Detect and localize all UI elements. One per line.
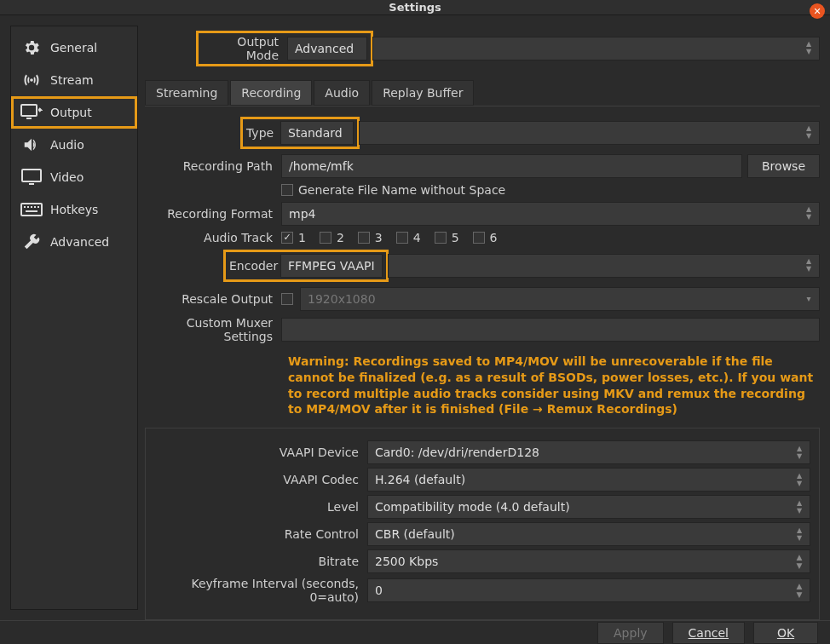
type-select-inner[interactable]: Standard bbox=[280, 121, 354, 145]
keyframe-spin[interactable]: 0 ▲▼ bbox=[367, 578, 810, 602]
sidebar-item-output[interactable]: Output bbox=[11, 96, 137, 129]
settings-window: Settings ✕ General Stream bbox=[0, 0, 830, 644]
ok-label: OK bbox=[777, 626, 794, 640]
svg-rect-1 bbox=[26, 118, 32, 119]
updown-icon: ▲▼ bbox=[802, 122, 816, 144]
cancel-label: Cancel bbox=[689, 626, 729, 640]
mp4-warning: Warning: Recordings saved to MP4/MOV wil… bbox=[288, 354, 816, 418]
type-label: Type bbox=[246, 126, 280, 140]
audio-track-checks: ✓1 2 3 4 5 6 bbox=[281, 231, 498, 244]
vaapi-device-row: VAAPI Device Card0: /dev/dri/renderD128 … bbox=[154, 440, 810, 464]
updown-icon: ▲▼ bbox=[802, 203, 816, 225]
keyboard-icon bbox=[20, 200, 43, 219]
close-button[interactable]: ✕ bbox=[810, 3, 825, 19]
updown-icon: ▲▼ bbox=[793, 523, 806, 545]
tab-streaming[interactable]: Streaming bbox=[145, 80, 228, 106]
ok-button[interactable]: OK bbox=[753, 622, 818, 644]
updown-icon: ▲▼ bbox=[793, 496, 806, 518]
sidebar-item-label: General bbox=[50, 41, 97, 55]
format-value: mp4 bbox=[289, 207, 315, 221]
encoder-settings-frame: VAAPI Device Card0: /dev/dri/renderD128 … bbox=[145, 428, 820, 620]
sidebar-item-hotkeys[interactable]: Hotkeys bbox=[11, 193, 137, 226]
tab-recording[interactable]: Recording bbox=[230, 80, 312, 106]
rescale-checkbox[interactable] bbox=[281, 293, 293, 305]
format-select[interactable]: mp4 ▲▼ bbox=[281, 202, 820, 226]
audio-track-4[interactable]: 4 bbox=[396, 231, 421, 244]
cancel-button[interactable]: Cancel bbox=[672, 622, 745, 644]
audio-track-6[interactable]: 6 bbox=[473, 231, 498, 244]
speaker-icon bbox=[20, 135, 43, 154]
vaapi-device-select[interactable]: Card0: /dev/dri/renderD128 ▲▼ bbox=[367, 440, 810, 464]
sidebar-item-advanced[interactable]: Advanced bbox=[11, 226, 137, 258]
svg-rect-5 bbox=[24, 206, 26, 208]
rescale-select[interactable]: 1920x1080 ▾ bbox=[300, 287, 820, 311]
browse-button[interactable]: Browse bbox=[747, 154, 820, 178]
encoder-row: Encoder FFMPEG VAAPI ▲▼ bbox=[145, 250, 820, 282]
antenna-icon bbox=[20, 71, 43, 89]
tab-audio[interactable]: Audio bbox=[314, 80, 370, 106]
encoder-highlight: Encoder FFMPEG VAAPI bbox=[223, 250, 389, 282]
recording-path-label: Recording Path bbox=[145, 159, 281, 173]
gear-icon bbox=[20, 38, 43, 57]
sidebar-item-general[interactable]: General bbox=[11, 32, 137, 64]
type-value: Standard bbox=[288, 126, 343, 140]
recording-path-row: Recording Path /home/mfk Browse bbox=[145, 154, 820, 178]
tab-replay-buffer[interactable]: Replay Buffer bbox=[372, 80, 474, 106]
muxer-row: Custom Muxer Settings bbox=[145, 316, 820, 343]
checkbox-icon bbox=[435, 232, 447, 244]
sidebar-item-audio[interactable]: Audio bbox=[11, 129, 137, 161]
apply-button[interactable]: Apply bbox=[597, 622, 664, 644]
level-row: Level Compatibility mode (4.0 default) ▲… bbox=[154, 495, 810, 519]
sidebar-item-label: Audio bbox=[50, 138, 84, 152]
output-tabs: Streaming Recording Audio Replay Buffer bbox=[145, 80, 820, 106]
vaapi-device-label: VAAPI Device bbox=[154, 446, 367, 459]
window-body: General Stream Output Audio bbox=[0, 15, 830, 621]
rate-control-label: Rate Control bbox=[154, 527, 367, 541]
chevron-down-icon: ▾ bbox=[802, 288, 816, 310]
svg-rect-2 bbox=[22, 170, 41, 181]
gen-no-space-check[interactable]: Generate File Name without Space bbox=[281, 183, 505, 197]
checkbox-icon bbox=[281, 184, 293, 196]
output-mode-highlight: Output Mode Advanced bbox=[196, 31, 373, 66]
rate-control-value: CBR (default) bbox=[375, 527, 455, 541]
rate-control-select[interactable]: CBR (default) ▲▼ bbox=[367, 522, 810, 546]
checkbox-checked-icon: ✓ bbox=[281, 232, 293, 244]
main-panel: Output Mode Advanced ▲▼ Streaming Record… bbox=[145, 26, 820, 621]
output-mode-select[interactable]: ▲▼ bbox=[372, 37, 820, 60]
audio-track-1[interactable]: ✓1 bbox=[281, 231, 306, 244]
sidebar-item-video[interactable]: Video bbox=[11, 161, 137, 193]
svg-rect-9 bbox=[37, 206, 39, 208]
svg-rect-0 bbox=[21, 105, 37, 116]
level-select[interactable]: Compatibility mode (4.0 default) ▲▼ bbox=[367, 495, 810, 519]
audio-track-2[interactable]: 2 bbox=[320, 231, 344, 244]
recording-path-input[interactable]: /home/mfk bbox=[281, 154, 742, 178]
monitor-icon bbox=[20, 168, 43, 187]
output-mode-label: Output Mode bbox=[202, 35, 287, 62]
keyframe-value: 0 bbox=[375, 584, 383, 597]
vaapi-codec-row: VAAPI Codec H.264 (default) ▲▼ bbox=[154, 468, 810, 492]
vaapi-device-value: Card0: /dev/dri/renderD128 bbox=[375, 446, 539, 459]
muxer-input[interactable] bbox=[281, 318, 820, 342]
vaapi-codec-select[interactable]: H.264 (default) ▲▼ bbox=[367, 468, 810, 492]
type-select[interactable]: ▲▼ bbox=[359, 121, 820, 145]
titlebar: Settings ✕ bbox=[0, 0, 830, 15]
svg-rect-7 bbox=[31, 206, 32, 208]
sidebar-item-label: Advanced bbox=[50, 235, 109, 249]
browse-label: Browse bbox=[762, 159, 805, 173]
format-label: Recording Format bbox=[145, 207, 281, 221]
encoder-select-inner[interactable]: FFMPEG VAAPI bbox=[280, 254, 383, 278]
sidebar-item-stream[interactable]: Stream bbox=[11, 64, 137, 96]
close-icon: ✕ bbox=[813, 6, 821, 17]
audio-track-5[interactable]: 5 bbox=[435, 231, 459, 244]
output-mode-row: Output Mode Advanced ▲▼ bbox=[196, 31, 820, 66]
audio-track-3[interactable]: 3 bbox=[358, 231, 383, 244]
recording-form: Type Standard ▲▼ Recording Path /home/mf… bbox=[145, 117, 820, 621]
sidebar-item-label: Video bbox=[50, 170, 84, 184]
bitrate-label: Bitrate bbox=[154, 555, 367, 568]
keyframe-label: Keyframe Interval (seconds, 0=auto) bbox=[154, 577, 367, 604]
output-mode-select-inner[interactable]: Advanced bbox=[287, 37, 367, 60]
updown-icon: ▲▼ bbox=[793, 469, 806, 491]
bitrate-spin[interactable]: 2500 Kbps ▲▼ bbox=[367, 549, 810, 573]
encoder-select[interactable]: ▲▼ bbox=[388, 254, 820, 278]
encoder-label: Encoder bbox=[229, 259, 280, 273]
